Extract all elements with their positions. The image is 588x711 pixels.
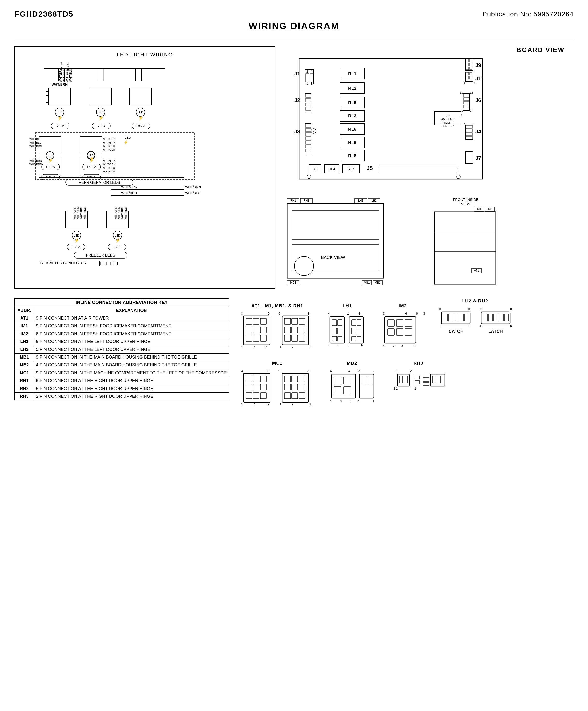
connector-lh1: LH1 4 1 4 6 3 bbox=[326, 303, 369, 353]
svg-rect-302 bbox=[388, 329, 395, 336]
svg-text:1: 1 bbox=[358, 400, 359, 403]
svg-rect-323 bbox=[499, 314, 503, 321]
svg-rect-350 bbox=[299, 376, 305, 382]
svg-rect-353 bbox=[299, 384, 305, 390]
svg-text:3: 3 bbox=[311, 82, 312, 85]
svg-text:2: 2 bbox=[307, 70, 308, 73]
svg-rect-277 bbox=[332, 320, 337, 326]
svg-text:RL7: RL7 bbox=[348, 167, 354, 171]
svg-rect-221 bbox=[287, 203, 384, 278]
svg-text:J7: J7 bbox=[475, 155, 481, 161]
explanation-rh3: 2 PIN CONNECTION AT THE RIGHT DOOR UPPER… bbox=[34, 392, 229, 400]
svg-rect-182 bbox=[306, 141, 311, 144]
connector-lh2-rh2-svg: 5 5 1 1 CATCH bbox=[437, 305, 514, 353]
svg-rect-368 bbox=[343, 387, 351, 394]
svg-rect-389 bbox=[433, 376, 436, 383]
svg-text:RG-4: RG-4 bbox=[97, 124, 105, 128]
table-row: RH1 9 PIN CONNECTION AT THE RIGHT DOOR U… bbox=[15, 377, 229, 385]
svg-rect-383 bbox=[415, 376, 420, 379]
svg-text:WHT/BRN: WHT/BRN bbox=[51, 83, 67, 86]
svg-text:4: 4 bbox=[358, 311, 360, 316]
explanation-mb1: 9 PIN CONNECTION IN THE MAIN BOARD HOUSI… bbox=[34, 353, 229, 361]
svg-text:FZ-2: FZ-2 bbox=[72, 245, 80, 249]
svg-text:RG-5: RG-5 bbox=[56, 124, 64, 128]
svg-text:J9: J9 bbox=[475, 62, 481, 68]
led-wiring-title: LED LIGHT WIRING bbox=[20, 51, 270, 58]
svg-text:2: 2 bbox=[373, 369, 375, 373]
svg-text:LED: LED bbox=[138, 111, 143, 114]
svg-text:1: 1 bbox=[414, 344, 416, 348]
svg-rect-390 bbox=[437, 376, 441, 383]
svg-rect-285 bbox=[349, 317, 364, 343]
svg-rect-314 bbox=[454, 314, 458, 321]
svg-text:1: 1 bbox=[330, 400, 332, 403]
svg-text:1: 1 bbox=[309, 403, 311, 406]
model-number: FGHD2368TD5 bbox=[15, 9, 74, 19]
svg-rect-316 bbox=[464, 314, 469, 321]
board-svg: J1 2 4 1 3 RL1 RL2 bbox=[285, 56, 574, 191]
svg-rect-288 bbox=[352, 328, 356, 334]
svg-text:1: 1 bbox=[383, 344, 384, 348]
abbr-mc1: MC1 bbox=[15, 369, 34, 377]
svg-rect-222 bbox=[292, 211, 379, 239]
svg-rect-322 bbox=[493, 314, 498, 321]
svg-text:WHT/BLU: WHT/BLU bbox=[103, 167, 115, 169]
svg-text:WHT/BRN: WHT/BRN bbox=[59, 68, 62, 82]
svg-text:7: 7 bbox=[268, 403, 269, 406]
svg-text:MB2: MB2 bbox=[375, 281, 381, 284]
svg-rect-300 bbox=[396, 320, 403, 326]
svg-rect-165 bbox=[464, 105, 469, 108]
catch-text: CATCH bbox=[448, 329, 463, 334]
svg-point-211 bbox=[307, 175, 311, 179]
svg-text:RH1: RH1 bbox=[290, 199, 296, 202]
svg-text:2: 2 bbox=[358, 369, 360, 373]
led-wiring-box: LED LIGHT WIRING bbox=[15, 46, 275, 289]
svg-rect-276 bbox=[330, 317, 344, 343]
connector-mb2-svg: 4 4 2 2 1 3 3 bbox=[326, 367, 379, 411]
svg-text:5: 5 bbox=[480, 307, 482, 311]
svg-rect-152 bbox=[306, 94, 311, 98]
svg-rect-279 bbox=[332, 328, 337, 334]
svg-rect-209 bbox=[379, 166, 456, 173]
svg-rect-301 bbox=[405, 320, 412, 326]
svg-text:WHT/BRN: WHT/BRN bbox=[103, 159, 115, 162]
svg-text:●: ● bbox=[312, 130, 314, 132]
svg-rect-145 bbox=[469, 72, 472, 75]
board-diagram: J1 2 4 1 3 RL1 RL2 bbox=[285, 56, 574, 191]
svg-text:WHT/GRN: WHT/GRN bbox=[121, 185, 137, 189]
svg-text:WHT/BLU: WHT/BLU bbox=[103, 170, 115, 173]
svg-rect-324 bbox=[504, 314, 509, 321]
svg-text:J11: J11 bbox=[475, 76, 484, 82]
svg-text:7: 7 bbox=[253, 345, 255, 349]
svg-rect-336 bbox=[253, 376, 259, 382]
svg-rect-380 bbox=[399, 376, 403, 383]
svg-text:LH1: LH1 bbox=[358, 199, 363, 202]
svg-text:REFRIGERATOR LEDS: REFRIGERATOR LEDS bbox=[79, 180, 120, 185]
svg-rect-366 bbox=[343, 377, 351, 384]
svg-text:1: 1 bbox=[280, 403, 281, 406]
svg-rect-320 bbox=[483, 314, 487, 321]
views-row: RH1 RH3 LH1 LH2 bbox=[285, 196, 574, 289]
svg-text:3: 3 bbox=[340, 400, 342, 403]
svg-rect-201 bbox=[466, 151, 473, 164]
svg-rect-198 bbox=[466, 136, 472, 139]
svg-text:2: 2 bbox=[396, 369, 397, 373]
svg-text:LED: LED bbox=[114, 234, 120, 237]
svg-rect-180 bbox=[306, 132, 311, 136]
svg-rect-342 bbox=[253, 393, 259, 399]
svg-text:⚡: ⚡ bbox=[74, 238, 80, 243]
svg-rect-164 bbox=[464, 101, 469, 104]
svg-text:1: 1 bbox=[241, 403, 243, 406]
connector-label-rh3: RH3 bbox=[414, 361, 423, 366]
svg-text:3: 3 bbox=[308, 311, 309, 316]
table-row: IM1 9 PIN CONNECTION IN FRESH FOOD ICEMA… bbox=[15, 322, 229, 330]
table-row: MB2 4 PIN CONNECTION IN THE MAIN BOARD H… bbox=[15, 361, 229, 369]
svg-rect-118 bbox=[108, 262, 110, 265]
svg-rect-144 bbox=[466, 72, 468, 75]
connector-rh3-svg: 2 2 1 bbox=[388, 367, 448, 411]
svg-text:7: 7 bbox=[292, 403, 293, 406]
svg-text:1: 1 bbox=[373, 400, 374, 403]
col-abbr: ABBR. bbox=[15, 306, 34, 314]
svg-rect-253 bbox=[260, 327, 266, 333]
svg-rect-255 bbox=[253, 335, 259, 341]
